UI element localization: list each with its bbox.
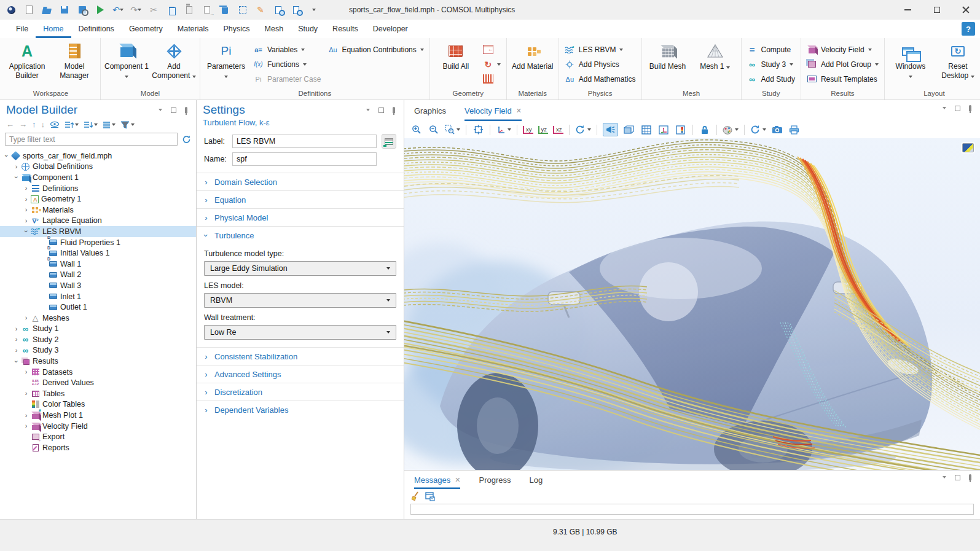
expander-icon[interactable]: › — [22, 184, 30, 192]
open-in-window-icon[interactable] — [425, 492, 435, 501]
build-mesh-button[interactable]: Build Mesh — [645, 38, 691, 71]
zoom-extents-icon[interactable] — [472, 123, 484, 136]
scene-light-icon[interactable] — [603, 123, 618, 136]
tree-item-inlet-1[interactable]: Inlet 1 — [0, 291, 196, 302]
tree-item-reports[interactable]: Reports — [0, 442, 196, 453]
menu-home[interactable]: Home — [36, 20, 71, 38]
graphics-viewport[interactable] — [404, 138, 980, 470]
color-legend-icon[interactable] — [675, 123, 687, 136]
messages-content[interactable] — [410, 504, 974, 515]
tree-item-root[interactable]: ›sports_car_flow_field.mph — [0, 150, 196, 162]
tree-item-results[interactable]: ›Results — [0, 356, 196, 367]
close-button[interactable] — [951, 0, 980, 20]
application-builder-button[interactable]: Application Builder — [4, 38, 50, 80]
tree-item-derived-values[interactable]: Derived Values — [0, 377, 196, 388]
section-discretization[interactable]: ›Discretization — [197, 383, 404, 401]
tree-item-les-rbvm[interactable]: ›LES RBVM — [0, 226, 196, 237]
result-templates-button[interactable]: Result Templates — [804, 72, 881, 85]
menu-file[interactable]: File — [9, 20, 36, 38]
redo-icon[interactable]: ↷ — [131, 5, 141, 15]
collapse-all-icon[interactable] — [84, 121, 98, 129]
select-box-icon[interactable] — [238, 5, 248, 15]
section-physical-model[interactable]: ›Physical Model — [197, 208, 404, 226]
minimize-button[interactable] — [893, 0, 922, 20]
tab-progress[interactable]: Progress — [479, 471, 511, 489]
add-plot-group-button[interactable]: Add Plot Group — [804, 58, 881, 71]
expander-icon[interactable]: › — [22, 368, 30, 376]
copy-icon[interactable] — [167, 5, 176, 15]
float-panel-icon[interactable] — [954, 106, 961, 111]
menu-mesh[interactable]: Mesh — [257, 20, 291, 38]
virtual-operations-button[interactable] — [480, 72, 503, 85]
save-icon[interactable] — [60, 5, 69, 15]
rotate-icon[interactable] — [575, 123, 591, 136]
color-theme-icon[interactable] — [723, 123, 739, 136]
add-study-button[interactable]: Add Study — [745, 72, 798, 85]
expander-icon[interactable]: › — [12, 173, 20, 181]
forward-icon[interactable]: → — [19, 120, 27, 129]
maximize-button[interactable] — [922, 0, 951, 20]
menu-physics[interactable]: Physics — [216, 20, 257, 38]
tree-item-tables[interactable]: ›Tables — [0, 388, 196, 399]
draw-pencil-icon[interactable]: ✎ — [256, 5, 265, 15]
variables-button[interactable]: Variables — [251, 43, 323, 56]
add-material-button[interactable]: Add Material — [510, 38, 555, 71]
tree-item-meshes[interactable]: ›Meshes — [0, 313, 196, 324]
tree-item-outlet-1[interactable]: Outlet 1 — [0, 302, 196, 313]
view-xy-icon[interactable]: xy — [523, 126, 533, 134]
tree-item-study-2[interactable]: ›Study 2 — [0, 334, 196, 345]
tree-item-mesh-plot-1[interactable]: ›Mesh Plot 1 — [0, 410, 196, 421]
print-icon[interactable] — [788, 123, 801, 136]
name-input[interactable] — [232, 152, 377, 166]
menu-geometry[interactable]: Geometry — [122, 20, 170, 38]
view-yz-icon[interactable]: yz — [538, 126, 549, 134]
float-panel-icon[interactable] — [170, 107, 177, 113]
find-in-model-icon[interactable] — [291, 5, 301, 15]
element-node-button[interactable] — [382, 134, 396, 149]
expander-icon[interactable]: › — [12, 346, 20, 354]
show-grid-icon[interactable] — [640, 123, 653, 136]
section-advanced-settings[interactable]: ›Advanced Settings — [197, 365, 404, 383]
tree-item-velocity-field[interactable]: ›Velocity Field — [0, 421, 196, 432]
tree-item-component-1[interactable]: ›Component 1 — [0, 172, 196, 183]
expander-icon[interactable]: › — [12, 358, 20, 365]
expander-icon[interactable]: › — [22, 422, 30, 430]
view-xz-icon[interactable]: xz — [553, 126, 563, 134]
delete-icon[interactable] — [220, 5, 230, 15]
expander-icon[interactable]: › — [22, 206, 30, 214]
run-icon[interactable] — [95, 5, 105, 15]
menu-study[interactable]: Study — [291, 20, 325, 38]
expander-icon[interactable]: › — [12, 325, 20, 333]
tree-item-initial-values-1[interactable]: Initial Values 1 — [0, 248, 196, 259]
find-icon[interactable] — [273, 5, 283, 15]
help-button[interactable]: ? — [962, 22, 975, 36]
expander-icon[interactable]: › — [22, 217, 30, 225]
pin-panel-icon[interactable] — [966, 105, 974, 111]
default-view-icon[interactable] — [496, 123, 511, 136]
transparency-icon[interactable] — [623, 123, 635, 136]
tree-item-wall-2[interactable]: Wall 2 — [0, 270, 196, 281]
expander-icon[interactable]: › — [22, 412, 30, 420]
expander-icon[interactable]: › — [22, 227, 30, 235]
expander-icon[interactable]: › — [22, 195, 30, 203]
menu-materials[interactable]: Materials — [170, 20, 216, 38]
tree-item-datasets[interactable]: ›Datasets — [0, 367, 196, 378]
add-component-button[interactable]: Add Component — [151, 38, 197, 80]
expander-icon[interactable]: › — [22, 314, 30, 322]
panel-menu-icon[interactable] — [941, 107, 948, 109]
open-file-icon[interactable] — [42, 5, 52, 15]
label-input[interactable] — [232, 135, 377, 148]
show-eye-icon[interactable] — [50, 121, 60, 128]
parameters-button[interactable]: Parameters — [203, 38, 249, 80]
save-search-icon[interactable] — [77, 5, 87, 15]
refresh-icon[interactable] — [182, 135, 191, 144]
show-axes-icon[interactable] — [657, 123, 670, 136]
menu-definitions[interactable]: Definitions — [71, 20, 122, 38]
new-file-icon[interactable] — [24, 5, 34, 15]
filter-funnel-icon[interactable] — [120, 121, 135, 129]
move-up-icon[interactable]: ↑ — [32, 120, 36, 129]
tree-item-study-3[interactable]: ›Study 3 — [0, 345, 196, 356]
menu-developer[interactable]: Developer — [366, 20, 415, 38]
float-panel-icon[interactable] — [377, 107, 385, 113]
tree-item-wall-3[interactable]: Wall 3 — [0, 280, 196, 291]
